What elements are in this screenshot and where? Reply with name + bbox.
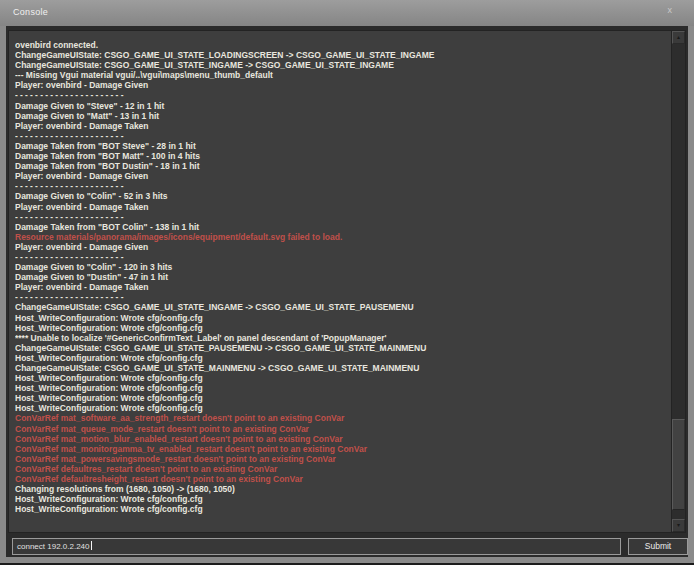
text-cursor: [91, 541, 92, 550]
console-line: ConVarRef mat_monitorgamma_tv_enabled_re…: [15, 444, 668, 454]
console-line: Damage Given to "Steve" - 12 in 1 hit: [15, 101, 668, 111]
submit-button[interactable]: Submit: [628, 538, 688, 555]
console-line: ChangeGameUIState: CSGO_GAME_UI_STATE_IN…: [15, 60, 668, 70]
console-line: Player: ovenbird - Damage Given: [15, 80, 668, 90]
console-line: ----------------------: [15, 212, 668, 222]
console-line: ChangeGameUIState: CSGO_GAME_UI_STATE_LO…: [15, 50, 668, 60]
console-line: Damage Given to "Matt" - 13 in 1 hit: [15, 111, 668, 121]
command-input[interactable]: connect 192.0.2.240: [12, 538, 621, 555]
console-line: Damage Taken from "BOT Matt" - 100 in 4 …: [15, 151, 668, 161]
console-line: **** Unable to localize '#GenericConfirm…: [15, 333, 668, 343]
console-line: --- Missing Vgui material vgui/..\vgui\m…: [15, 70, 668, 80]
console-line: ConVarRef mat_software_aa_strength_resta…: [15, 413, 668, 423]
console-line: ChangeGameUIState: CSGO_GAME_UI_STATE_PA…: [15, 343, 668, 353]
console-line: Resource materials/panorama/images/icons…: [15, 232, 668, 242]
console-line: ----------------------: [15, 131, 668, 141]
console-line: Player: ovenbird - Damage Taken: [15, 121, 668, 131]
console-line: Player: ovenbird - Damage Given: [15, 171, 668, 181]
console-line: Host_WriteConfiguration: Wrote cfg/confi…: [15, 403, 668, 413]
console-line: ConVarRef mat_motion_blur_enabled_restar…: [15, 434, 668, 444]
console-line: Host_WriteConfiguration: Wrote cfg/confi…: [15, 373, 668, 383]
console-line: Host_WriteConfiguration: Wrote cfg/confi…: [15, 323, 668, 333]
command-input-value: connect 192.0.2.240: [17, 542, 90, 551]
console-line: Damage Taken from "BOT Colin" - 138 in 1…: [15, 222, 668, 232]
console-output: ovenbird connected.ChangeGameUIState: CS…: [8, 30, 686, 533]
console-line: ChangeGameUIState: CSGO_GAME_UI_STATE_MA…: [15, 363, 668, 373]
console-line: ----------------------: [15, 181, 668, 191]
console-log: ovenbird connected.ChangeGameUIState: CS…: [15, 40, 668, 530]
close-icon[interactable]: x: [668, 5, 673, 15]
console-line: Host_WriteConfiguration: Wrote cfg/confi…: [15, 313, 668, 323]
console-line: Damage Given to "Colin" - 120 in 3 hits: [15, 262, 668, 272]
console-line: ConVarRef defaultresheight_restart doesn…: [15, 474, 668, 484]
scroll-up-icon[interactable]: ▴: [672, 31, 685, 44]
console-line: Damage Given to "Dustin" - 47 in 1 hit: [15, 272, 668, 282]
console-line: ----------------------: [15, 90, 668, 100]
window-title: Console: [13, 7, 48, 17]
console-line: Host_WriteConfiguration: Wrote cfg/confi…: [15, 383, 668, 393]
console-line: Damage Taken from "BOT Dustin" - 18 in 1…: [15, 161, 668, 171]
console-line: Changing resolutions from (1680, 1050) -…: [15, 484, 668, 494]
console-window: Console x ovenbird connected.ChangeGameU…: [0, 0, 694, 565]
console-line: Player: ovenbird - Damage Taken: [15, 282, 668, 292]
console-line: ----------------------: [15, 252, 668, 262]
console-line: Host_WriteConfiguration: Wrote cfg/confi…: [15, 353, 668, 363]
console-line: Damage Given to "Colin" - 52 in 3 hits: [15, 191, 668, 201]
console-line: ----------------------: [15, 292, 668, 302]
console-line: ConVarRef mat_queue_mode_restart doesn't…: [15, 424, 668, 434]
console-line: Damage Taken from "BOT Steve" - 28 in 1 …: [15, 141, 668, 151]
titlebar[interactable]: Console x: [0, 0, 694, 26]
console-line: Host_WriteConfiguration: Wrote cfg/confi…: [15, 393, 668, 403]
scrollbar-thumb[interactable]: [672, 419, 685, 510]
scrollbar-track[interactable]: ▴ ▾: [671, 31, 685, 532]
scroll-down-icon[interactable]: ▾: [672, 519, 685, 532]
console-line: ovenbird connected.: [15, 40, 668, 50]
console-body: ovenbird connected.ChangeGameUIState: CS…: [6, 26, 688, 557]
console-line: ChangeGameUIState: CSGO_GAME_UI_STATE_IN…: [15, 302, 668, 312]
console-line: Host_WriteConfiguration: Wrote cfg/confi…: [15, 494, 668, 504]
console-line: Player: ovenbird - Damage Given: [15, 242, 668, 252]
console-line: ConVarRef defaultres_restart doesn't poi…: [15, 464, 668, 474]
console-line: Host_WriteConfiguration: Wrote cfg/confi…: [15, 504, 668, 514]
console-line: ConVarRef mat_powersavingsmode_restart d…: [15, 454, 668, 464]
console-line: Player: ovenbird - Damage Taken: [15, 202, 668, 212]
input-row: connect 192.0.2.240 Submit: [6, 538, 688, 557]
